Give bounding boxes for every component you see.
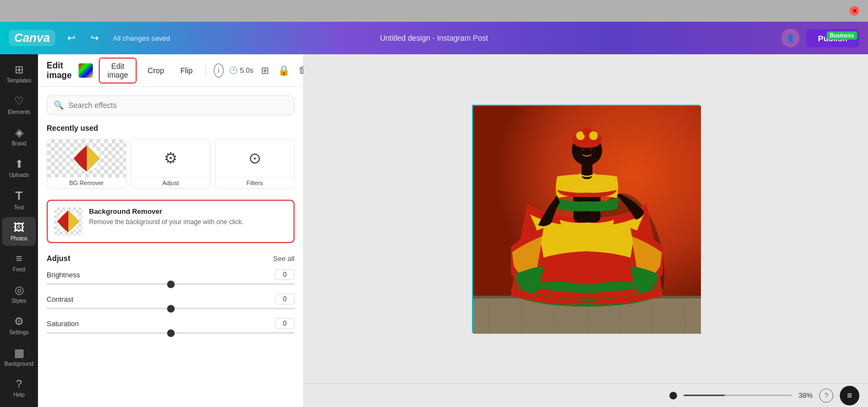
adjust-thumb: ⚙ [131,139,210,177]
brightness-label: Brightness [47,271,80,279]
os-bar: ✕ [0,0,868,22]
filter-icon: ⊙ [248,149,261,167]
business-badge: Business [827,31,857,40]
svg-point-21 [582,148,585,151]
sidebar-item-elements[interactable]: ♡ Elements [2,90,36,119]
clock-icon: 🕐 [229,66,238,74]
sidebar-label-brand: Brand [12,141,27,147]
brightness-value: 0 [275,269,295,280]
contrast-value: 0 [275,294,295,304]
design-title: Untitled design - Instagram Post [380,34,488,42]
sidebar-label-text: Text [14,205,24,211]
sidebar-item-photos[interactable]: 🖼 Photos [2,217,36,246]
duration-display: 🕐 5.0s [229,66,253,74]
saturation-label: Saturation [47,320,79,328]
adjust-icon: ⚙ [164,149,177,167]
header: Canva ↩ ↪ All changes saved Untitled des… [0,22,868,54]
adjust-header: Adjust See all [47,254,295,263]
bg-remover-card[interactable]: Background Remover Remove the background… [47,200,295,243]
bg-remover-desc: Remove the background of your image with… [89,218,244,227]
settings-icon: ⚙ [14,315,24,328]
toolbar-right-actions: ⊞ 🔒 🗑 [259,62,304,79]
search-input[interactable] [68,101,288,110]
effect-item-bg-remover[interactable]: BG Remover [47,139,126,189]
delete-icon-button[interactable]: 🗑 [296,62,304,78]
redo-button[interactable]: ↪ [87,30,102,46]
zoom-percent-label: 38% [799,391,813,399]
sidebar-item-feed[interactable]: ≡ Feed [2,248,36,277]
saturation-label-row: Saturation 0 [47,318,295,329]
contrast-label-row: Contrast 0 [47,294,295,304]
crop-button[interactable]: Crop [142,63,169,78]
brightness-track[interactable] [47,283,295,285]
sidebar-item-styles[interactable]: ◎ Styles [2,279,36,308]
bg-remover-effect-name: BG Remover [47,177,126,188]
brightness-slider-row: Brightness 0 [47,269,295,285]
color-preview-button[interactable] [78,63,93,78]
edit-panel: Edit image Edit image Crop Flip i 🕐 5.0s… [38,54,304,407]
search-box[interactable]: 🔍 [47,96,295,115]
sidebar-label-help: Help [14,392,25,398]
photos-icon: 🖼 [14,221,24,234]
panel-title: Edit image [47,61,72,80]
zoom-track[interactable] [684,395,792,396]
contrast-slider-row: Contrast 0 [47,294,295,309]
grid-icon-button[interactable]: ⊞ [259,62,271,79]
bg-remover-title: Background Remover [89,207,244,215]
bg-remover-thumb-small [47,139,126,177]
bg-remover-info: Background Remover Remove the background… [89,207,244,227]
flip-button[interactable]: Flip [175,63,198,78]
sidebar-label-templates: Templates [7,78,31,84]
header-right: 👤 Publish Business [781,29,859,47]
sidebar-item-background[interactable]: ▦ Background [2,342,36,371]
sidebar: ⊞ Templates ♡ Elements ◈ Brand ⬆ Uploads… [0,54,38,407]
brand-icon: ◈ [15,126,23,139]
templates-icon: ⊞ [15,63,24,76]
canvas-bottom-bar: 38% ? ≡ [304,383,868,407]
zoom-fill [684,395,725,396]
sidebar-item-text[interactable]: T Text [2,185,36,215]
sidebar-item-templates[interactable]: ⊞ Templates [2,59,36,88]
sidebar-item-brand[interactable]: ◈ Brand [2,122,36,151]
contrast-track[interactable] [47,308,295,309]
styles-icon: ◎ [15,283,24,296]
contrast-label: Contrast [47,295,73,303]
sidebar-label-background: Background [4,361,33,367]
help-button[interactable]: ? [819,389,833,403]
effect-item-adjust[interactable]: ⚙ Adjust [131,139,210,189]
saturation-value: 0 [275,318,295,329]
undo-button[interactable]: ↩ [64,30,79,46]
chat-button[interactable]: ≡ [840,386,859,405]
text-icon: T [15,189,22,203]
canvas-container[interactable] [472,105,700,333]
lock-icon-button[interactable]: 🔒 [276,62,292,79]
sidebar-item-uploads[interactable]: ⬆ Uploads [2,153,36,182]
bg-remover-card-thumb [54,207,82,236]
filters-thumb: ⊙ [215,139,294,177]
zoom-handle[interactable] [669,392,677,399]
sidebar-item-settings[interactable]: ⚙ Settings [2,310,36,340]
see-all-button[interactable]: See all [273,255,295,263]
canva-logo: Canva [9,30,55,46]
main-layout: ⊞ Templates ♡ Elements ◈ Brand ⬆ Uploads… [0,54,868,407]
sidebar-label-uploads: Uploads [9,172,29,178]
info-button[interactable]: i [214,63,224,78]
sidebar-item-help[interactable]: ? Help [2,373,36,402]
saturation-thumb[interactable] [167,329,175,337]
brightness-thumb[interactable] [167,281,175,288]
background-icon: ▦ [14,346,24,359]
sidebar-item-all-designs[interactable]: ⊞ All your de... [2,404,36,407]
filters-effect-name: Filters [215,177,294,188]
os-close-button[interactable]: ✕ [850,6,859,16]
uploads-icon: ⬆ [15,157,24,170]
sidebar-label-elements: Elements [8,109,30,115]
contrast-thumb[interactable] [167,305,175,313]
effect-item-filters[interactable]: ⊙ Filters [215,139,295,189]
edit-image-button[interactable]: Edit image [99,58,137,84]
svg-point-22 [589,148,592,151]
canvas-scroll[interactable] [304,54,868,383]
saturation-track[interactable] [47,332,295,334]
adjust-section-title: Adjust [47,254,71,263]
avatar[interactable]: 👤 [781,29,800,47]
sidebar-label-settings: Settings [9,329,29,335]
